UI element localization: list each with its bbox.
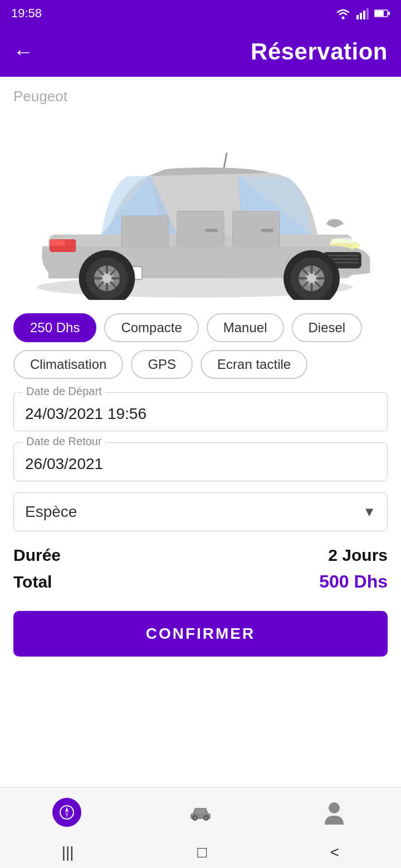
departure-date-label: Date de Départ	[23, 385, 105, 398]
svg-rect-6	[375, 11, 384, 16]
chip-ac: Climatisation	[13, 350, 123, 379]
return-date-value: 26/03/2021	[25, 453, 376, 473]
payment-value: Espèce	[25, 503, 77, 521]
departure-date-value: 24/03/2021 19:56	[25, 403, 376, 423]
profile-icon	[324, 800, 345, 825]
duration-row: Durée 2 Jours	[13, 542, 388, 568]
svg-rect-13	[205, 229, 218, 232]
svg-marker-44	[65, 812, 69, 818]
car-brand: Peugeot	[13, 77, 388, 111]
form-section: Date de Départ 24/03/2021 19:56 Date de …	[13, 392, 388, 531]
svg-rect-7	[388, 12, 390, 15]
page-title: Réservation	[45, 38, 388, 65]
svg-point-50	[329, 802, 340, 813]
system-nav: ||| □ <	[0, 837, 401, 868]
nav-back-button[interactable]: <	[330, 844, 339, 861]
payment-dropdown[interactable]: Espèce ▼	[13, 492, 388, 531]
svg-rect-3	[363, 11, 365, 19]
tags-row-1: 250 Dhs Compacte Manuel Diesel	[13, 313, 388, 342]
status-icons	[335, 7, 390, 19]
svg-line-41	[224, 153, 227, 168]
svg-point-0	[342, 17, 345, 19]
duration-value: 2 Jours	[328, 546, 388, 565]
chip-price: 250 Dhs	[13, 313, 96, 342]
back-button[interactable]: ←	[13, 42, 33, 62]
chip-transmission: Manuel	[207, 313, 284, 342]
nav-item-car[interactable]	[134, 787, 267, 837]
compass-icon	[58, 803, 76, 821]
svg-point-40	[102, 274, 112, 283]
total-label: Total	[13, 573, 52, 591]
status-bar: 19:58	[0, 0, 401, 27]
car-svg: 208	[13, 111, 388, 300]
nav-menu-button[interactable]: |||	[62, 844, 74, 861]
return-date-label: Date de Retour	[23, 435, 105, 448]
svg-marker-43	[65, 807, 69, 812]
svg-rect-1	[356, 15, 359, 19]
svg-rect-2	[360, 13, 362, 19]
content-area: Peugeot	[0, 77, 401, 670]
total-value: 500 Dhs	[319, 571, 388, 592]
signal-icon	[356, 7, 369, 19]
svg-point-31	[307, 274, 316, 283]
wifi-icon	[335, 7, 351, 19]
svg-rect-4	[366, 8, 369, 19]
nav-item-explore[interactable]	[0, 787, 134, 837]
chip-category: Compacte	[104, 313, 198, 342]
svg-rect-12	[121, 216, 168, 249]
svg-point-49	[205, 816, 208, 819]
car-image: 208	[13, 111, 388, 300]
bottom-nav	[0, 787, 401, 837]
departure-date-field[interactable]: Date de Départ 24/03/2021 19:56	[13, 392, 388, 431]
svg-rect-20	[50, 240, 65, 246]
chip-screen: Ecran tactile	[200, 350, 307, 379]
svg-point-47	[194, 816, 197, 819]
car-icon	[187, 801, 214, 823]
chevron-down-icon: ▼	[363, 504, 376, 520]
explore-icon-bg	[52, 798, 81, 827]
tags-row-2: Climatisation GPS Ecran tactile	[13, 350, 388, 379]
total-row: Total 500 Dhs	[13, 568, 388, 595]
nav-home-button[interactable]: □	[197, 844, 207, 861]
svg-rect-14	[261, 229, 273, 232]
return-date-field[interactable]: Date de Retour 26/03/2021	[13, 442, 388, 481]
duration-label: Durée	[13, 546, 61, 565]
header: ← Réservation	[0, 27, 401, 77]
confirm-button[interactable]: CONFIRMER	[13, 611, 388, 657]
summary-section: Durée 2 Jours Total 500 Dhs	[13, 542, 388, 595]
battery-icon	[374, 9, 390, 18]
status-time: 19:58	[11, 6, 42, 21]
nav-item-profile[interactable]	[267, 787, 401, 837]
chip-fuel: Diesel	[292, 313, 363, 342]
chip-gps: GPS	[131, 350, 193, 379]
